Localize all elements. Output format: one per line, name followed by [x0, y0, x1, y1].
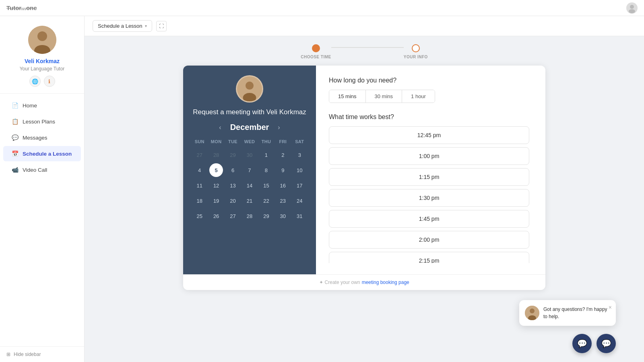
chat-fab-icon-2: 💬: [601, 339, 611, 348]
next-month-button[interactable]: ›: [275, 123, 282, 132]
calendar-day[interactable]: 29: [259, 209, 273, 223]
expand-button[interactable]: ⛶: [156, 21, 167, 31]
chevron-down-icon: ▾: [145, 24, 147, 28]
duration-options: 15 mins30 mins1 hour: [329, 90, 435, 103]
time-slot[interactable]: 1:15 pm: [329, 168, 529, 186]
calendar-day[interactable]: 22: [259, 194, 273, 208]
duration-option[interactable]: 30 mins: [366, 90, 402, 103]
calendar-day[interactable]: 3: [293, 148, 306, 162]
time-slot[interactable]: 12:45 pm: [329, 126, 529, 144]
calendar-day[interactable]: 15: [259, 179, 273, 192]
profile-role: Your Language Tutor: [20, 66, 65, 72]
calendar-day[interactable]: 29: [226, 148, 240, 162]
chat-message: Got any questions? I'm happy to help.: [543, 306, 610, 320]
calendar-day[interactable]: 25: [193, 209, 206, 223]
sidebar-item-home[interactable]: 📄 Home: [3, 98, 81, 113]
hide-sidebar-label: Hide sidebar: [14, 352, 41, 357]
duration-question: How long do you need?: [329, 77, 533, 84]
calendar-day[interactable]: 9: [276, 163, 290, 177]
lesson-plans-icon: 📋: [11, 118, 19, 125]
sidebar-item-schedule[interactable]: 📅 Schedule a Lesson: [3, 146, 81, 161]
calendar-day[interactable]: 30: [243, 148, 256, 162]
sidebar-item-messages-label: Messages: [23, 135, 47, 141]
calendar-day[interactable]: 28: [243, 209, 256, 223]
time-slots-list: 12:45 pm1:00 pm1:15 pm1:30 pm1:45 pm2:00…: [329, 126, 533, 263]
step-your-info: YOUR INFO: [404, 44, 428, 59]
topbar: Tutor...one: [0, 0, 644, 16]
duration-option[interactable]: 15 mins: [329, 90, 366, 103]
profile-icon-globe[interactable]: 🌐: [29, 76, 41, 87]
duration-option[interactable]: 1 hour: [402, 90, 435, 103]
calendar-day[interactable]: 24: [293, 194, 306, 208]
calendar-day[interactable]: 26: [209, 209, 223, 223]
time-panel: How long do you need? 15 mins30 mins1 ho…: [316, 66, 545, 274]
weekday-sun: SUN: [191, 138, 208, 146]
svg-point-0: [630, 5, 634, 9]
calendar-month: December: [230, 123, 269, 132]
booking-area-row: Request a meeting with Veli Korkmaz ‹ De…: [183, 66, 545, 274]
calendar-day[interactable]: 31: [293, 209, 306, 223]
footer-text: ✦ Create your own: [319, 280, 360, 285]
calendar-day[interactable]: 11: [193, 179, 206, 192]
chat-fab-button[interactable]: 💬: [572, 334, 592, 353]
calendar-weekdays: SUN MON TUE WED THU FRI SAT: [191, 138, 308, 146]
calendar-day[interactable]: 2: [276, 148, 290, 162]
calendar-day[interactable]: 23: [276, 194, 290, 208]
sidebar-bottom: ⊞ Hide sidebar: [0, 346, 84, 362]
calendar-day[interactable]: 27: [193, 148, 206, 162]
time-slot[interactable]: 1:45 pm: [329, 210, 529, 228]
schedule-dropdown[interactable]: Schedule a Lesson ▾: [93, 20, 152, 32]
time-slot[interactable]: 1:30 pm: [329, 189, 529, 207]
hide-sidebar-button[interactable]: ⊞ Hide sidebar: [6, 352, 78, 357]
chat-close-button[interactable]: ×: [609, 304, 612, 311]
calendar-day[interactable]: 5: [209, 163, 223, 177]
calendar-day[interactable]: 19: [209, 194, 223, 208]
calendar-day[interactable]: 1: [259, 148, 273, 162]
calendar-day[interactable]: 13: [226, 179, 240, 192]
time-slot[interactable]: 2:00 pm: [329, 231, 529, 249]
calendar-day[interactable]: 6: [226, 163, 240, 177]
calendar-day[interactable]: 27: [226, 209, 240, 223]
svg-point-3: [37, 31, 47, 41]
booking-footer: ✦ Create your own meeting booking page: [183, 274, 545, 290]
calendar-day[interactable]: 17: [293, 179, 306, 192]
calendar-day[interactable]: 28: [209, 148, 223, 162]
profile-name: Veli Korkmaz: [25, 58, 60, 64]
calendar-day[interactable]: 10: [293, 163, 306, 177]
sidebar-item-video-call[interactable]: 📹 Video Call: [3, 162, 81, 177]
profile-icons: 🌐 ℹ: [29, 76, 55, 87]
weekday-mon: MON: [208, 138, 224, 146]
calendar-day[interactable]: 20: [226, 194, 240, 208]
calendar-day[interactable]: 8: [259, 163, 273, 177]
sidebar: Veli Korkmaz Your Language Tutor 🌐 ℹ 📄 H…: [0, 16, 85, 362]
svg-point-6: [246, 82, 254, 90]
messages-icon: 💬: [11, 134, 19, 141]
video-call-icon: 📹: [11, 167, 19, 173]
calendar-day[interactable]: 30: [276, 209, 290, 223]
calendar-day[interactable]: 12: [209, 179, 223, 192]
time-slot[interactable]: 2:15 pm: [329, 252, 529, 263]
calendar-day[interactable]: 21: [243, 194, 256, 208]
calendar-day[interactable]: 14: [243, 179, 256, 192]
weekday-tue: TUE: [225, 138, 241, 146]
calendar-day[interactable]: 16: [276, 179, 290, 192]
calendar-day[interactable]: 18: [193, 194, 206, 208]
weekday-wed: WED: [241, 138, 258, 146]
sidebar-profile: Veli Korkmaz Your Language Tutor 🌐 ℹ: [0, 16, 84, 94]
user-avatar[interactable]: [626, 2, 638, 14]
svg-point-9: [530, 309, 535, 313]
profile-icon-info[interactable]: ℹ: [44, 76, 55, 87]
stepper: CHOOSE TIME YOUR INFO: [105, 36, 624, 66]
sidebar-item-lesson-plans[interactable]: 📋 Lesson Plans: [3, 114, 81, 129]
sidebar-item-schedule-label: Schedule a Lesson: [23, 151, 72, 157]
calendar-day[interactable]: 7: [243, 163, 256, 177]
sidebar-item-messages[interactable]: 💬 Messages: [3, 130, 81, 145]
prev-month-button[interactable]: ‹: [217, 123, 223, 132]
footer-link[interactable]: meeting booking page: [362, 280, 409, 285]
chat-fab-button-2[interactable]: 💬: [597, 334, 616, 353]
weekday-thu: THU: [258, 138, 275, 146]
chat-fab-icon: 💬: [577, 339, 587, 348]
calendar-day[interactable]: 4: [193, 163, 206, 177]
time-slot[interactable]: 1:00 pm: [329, 147, 529, 165]
chat-popup-header: Got any questions? I'm happy to help.: [525, 306, 610, 320]
